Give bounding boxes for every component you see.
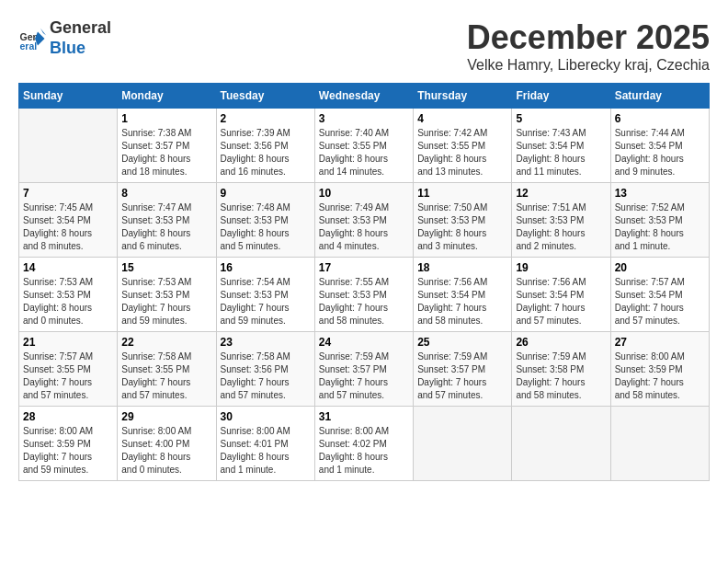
calendar-cell: 18Sunrise: 7:56 AM Sunset: 3:54 PM Dayli…	[414, 258, 512, 332]
day-number: 20	[615, 261, 705, 274]
calendar-cell: 13Sunrise: 7:52 AM Sunset: 3:53 PM Dayli…	[610, 183, 709, 258]
day-info: Sunrise: 7:53 AM Sunset: 3:53 PM Dayligh…	[23, 276, 113, 327]
day-number: 1	[121, 112, 211, 125]
location-title: Velke Hamry, Liberecky kraj, Czechia	[467, 57, 710, 74]
svg-marker-3	[40, 28, 46, 35]
day-info: Sunrise: 7:52 AM Sunset: 3:53 PM Dayligh…	[615, 201, 705, 253]
logo-icon: Gen eral	[18, 25, 46, 52]
day-number: 26	[516, 336, 606, 349]
day-number: 30	[221, 410, 311, 423]
day-number: 7	[23, 187, 113, 200]
day-info: Sunrise: 8:00 AM Sunset: 4:00 PM Dayligh…	[121, 425, 211, 477]
day-info: Sunrise: 7:43 AM Sunset: 3:54 PM Dayligh…	[516, 127, 606, 178]
day-number: 22	[121, 336, 211, 349]
calendar-cell: 24Sunrise: 7:59 AM Sunset: 3:57 PM Dayli…	[314, 332, 413, 407]
calendar-week-row: 21Sunrise: 7:57 AM Sunset: 3:55 PM Dayli…	[19, 332, 710, 407]
day-number: 31	[319, 410, 409, 423]
day-number: 11	[417, 187, 507, 200]
calendar-cell	[19, 109, 118, 183]
day-info: Sunrise: 7:49 AM Sunset: 3:53 PM Dayligh…	[319, 201, 409, 253]
logo-general-text: General	[50, 18, 111, 37]
day-info: Sunrise: 7:38 AM Sunset: 3:57 PM Dayligh…	[121, 127, 211, 178]
calendar-week-row: 7Sunrise: 7:45 AM Sunset: 3:54 PM Daylig…	[19, 183, 710, 258]
day-number: 23	[221, 336, 311, 349]
day-number: 28	[23, 410, 113, 423]
svg-text:eral: eral	[20, 40, 38, 52]
day-of-week-header: Tuesday	[216, 84, 314, 109]
calendar-cell: 1Sunrise: 7:38 AM Sunset: 3:57 PM Daylig…	[118, 109, 216, 183]
day-of-week-header: Saturday	[610, 84, 709, 109]
day-info: Sunrise: 7:40 AM Sunset: 3:55 PM Dayligh…	[319, 127, 409, 178]
day-number: 13	[615, 187, 705, 200]
calendar-cell: 10Sunrise: 7:49 AM Sunset: 3:53 PM Dayli…	[314, 183, 413, 258]
day-info: Sunrise: 7:59 AM Sunset: 3:58 PM Dayligh…	[516, 350, 606, 402]
calendar-cell: 2Sunrise: 7:39 AM Sunset: 3:56 PM Daylig…	[216, 109, 314, 183]
day-info: Sunrise: 8:00 AM Sunset: 4:01 PM Dayligh…	[221, 425, 311, 477]
calendar-cell: 26Sunrise: 7:59 AM Sunset: 3:58 PM Dayli…	[512, 332, 610, 407]
calendar-cell: 27Sunrise: 8:00 AM Sunset: 3:59 PM Dayli…	[610, 332, 709, 407]
day-number: 25	[417, 336, 507, 349]
calendar-cell: 30Sunrise: 8:00 AM Sunset: 4:01 PM Dayli…	[216, 407, 314, 481]
calendar-week-row: 14Sunrise: 7:53 AM Sunset: 3:53 PM Dayli…	[19, 258, 710, 332]
day-info: Sunrise: 7:42 AM Sunset: 3:55 PM Dayligh…	[417, 127, 507, 178]
day-of-week-header: Thursday	[414, 84, 512, 109]
calendar-week-row: 1Sunrise: 7:38 AM Sunset: 3:57 PM Daylig…	[19, 109, 710, 183]
day-of-week-header: Wednesday	[314, 84, 413, 109]
day-number: 6	[615, 112, 705, 125]
day-info: Sunrise: 8:00 AM Sunset: 4:02 PM Dayligh…	[319, 425, 409, 477]
calendar-cell: 29Sunrise: 8:00 AM Sunset: 4:00 PM Dayli…	[118, 407, 216, 481]
day-number: 17	[319, 261, 409, 274]
calendar-cell	[610, 407, 709, 481]
calendar-cell	[512, 407, 610, 481]
day-info: Sunrise: 7:57 AM Sunset: 3:55 PM Dayligh…	[23, 350, 113, 402]
day-of-week-header: Monday	[118, 84, 216, 109]
calendar-table: SundayMondayTuesdayWednesdayThursdayFrid…	[18, 83, 710, 481]
day-number: 10	[319, 187, 409, 200]
day-number: 4	[417, 112, 507, 125]
calendar-cell: 22Sunrise: 7:58 AM Sunset: 3:55 PM Dayli…	[118, 332, 216, 407]
day-number: 18	[417, 261, 507, 274]
day-number: 5	[516, 112, 606, 125]
day-info: Sunrise: 8:00 AM Sunset: 3:59 PM Dayligh…	[23, 425, 113, 477]
day-number: 19	[516, 261, 606, 274]
logo-blue-text: Blue	[50, 39, 85, 57]
calendar-cell: 7Sunrise: 7:45 AM Sunset: 3:54 PM Daylig…	[19, 183, 118, 258]
calendar-cell: 25Sunrise: 7:59 AM Sunset: 3:57 PM Dayli…	[414, 332, 512, 407]
day-number: 2	[221, 112, 311, 125]
calendar-cell: 15Sunrise: 7:53 AM Sunset: 3:53 PM Dayli…	[118, 258, 216, 332]
calendar-cell: 4Sunrise: 7:42 AM Sunset: 3:55 PM Daylig…	[414, 109, 512, 183]
calendar-cell: 6Sunrise: 7:44 AM Sunset: 3:54 PM Daylig…	[610, 109, 709, 183]
day-info: Sunrise: 7:59 AM Sunset: 3:57 PM Dayligh…	[417, 350, 507, 402]
page-header: Gen eral General Blue December 2025 Velk…	[18, 18, 710, 74]
calendar-week-row: 28Sunrise: 8:00 AM Sunset: 3:59 PM Dayli…	[19, 407, 710, 481]
day-number: 15	[121, 261, 211, 274]
day-info: Sunrise: 7:53 AM Sunset: 3:53 PM Dayligh…	[121, 276, 211, 327]
calendar-cell: 16Sunrise: 7:54 AM Sunset: 3:53 PM Dayli…	[216, 258, 314, 332]
day-info: Sunrise: 8:00 AM Sunset: 3:59 PM Dayligh…	[615, 350, 705, 402]
title-area: December 2025 Velke Hamry, Liberecky kra…	[467, 18, 710, 74]
day-number: 14	[23, 261, 113, 274]
calendar-cell: 23Sunrise: 7:58 AM Sunset: 3:56 PM Dayli…	[216, 332, 314, 407]
day-number: 29	[121, 410, 211, 423]
calendar-cell: 8Sunrise: 7:47 AM Sunset: 3:53 PM Daylig…	[118, 183, 216, 258]
calendar-cell: 21Sunrise: 7:57 AM Sunset: 3:55 PM Dayli…	[19, 332, 118, 407]
calendar-cell: 11Sunrise: 7:50 AM Sunset: 3:53 PM Dayli…	[414, 183, 512, 258]
day-info: Sunrise: 7:48 AM Sunset: 3:53 PM Dayligh…	[221, 201, 311, 253]
calendar-cell	[414, 407, 512, 481]
calendar-cell: 17Sunrise: 7:55 AM Sunset: 3:53 PM Dayli…	[314, 258, 413, 332]
day-number: 24	[319, 336, 409, 349]
day-number: 8	[121, 187, 211, 200]
day-info: Sunrise: 7:58 AM Sunset: 3:56 PM Dayligh…	[221, 350, 311, 402]
day-info: Sunrise: 7:44 AM Sunset: 3:54 PM Dayligh…	[615, 127, 705, 178]
day-number: 3	[319, 112, 409, 125]
calendar-cell: 3Sunrise: 7:40 AM Sunset: 3:55 PM Daylig…	[314, 109, 413, 183]
day-of-week-header: Sunday	[19, 84, 118, 109]
day-info: Sunrise: 7:56 AM Sunset: 3:54 PM Dayligh…	[417, 276, 507, 327]
calendar-cell: 14Sunrise: 7:53 AM Sunset: 3:53 PM Dayli…	[19, 258, 118, 332]
day-number: 27	[615, 336, 705, 349]
day-info: Sunrise: 7:56 AM Sunset: 3:54 PM Dayligh…	[516, 276, 606, 327]
day-number: 16	[221, 261, 311, 274]
day-info: Sunrise: 7:45 AM Sunset: 3:54 PM Dayligh…	[23, 201, 113, 253]
day-info: Sunrise: 7:50 AM Sunset: 3:53 PM Dayligh…	[417, 201, 507, 253]
calendar-cell: 31Sunrise: 8:00 AM Sunset: 4:02 PM Dayli…	[314, 407, 413, 481]
